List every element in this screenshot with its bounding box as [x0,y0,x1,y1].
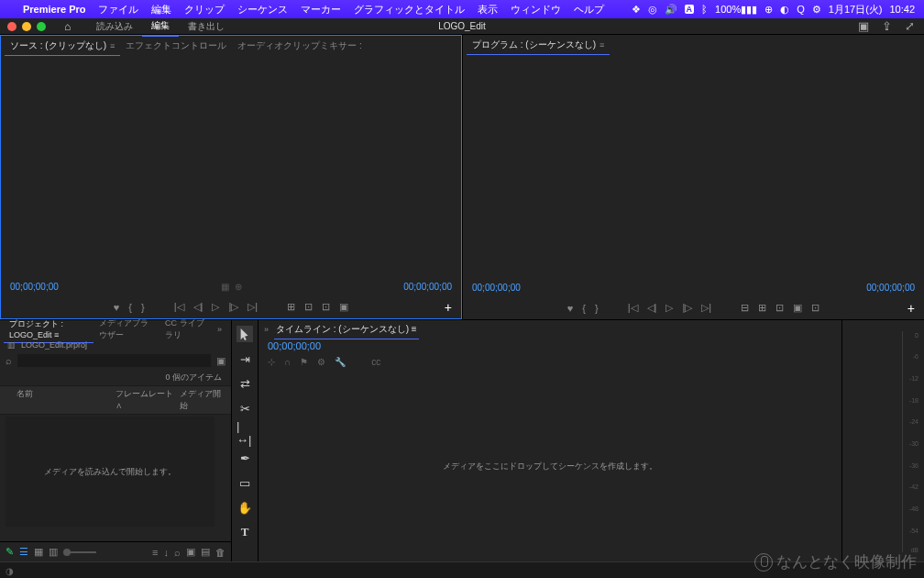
workspace-import-tab[interactable]: 読み込み [87,17,142,36]
workspace-edit-tab[interactable]: 編集 [142,17,179,37]
captions-icon[interactable]: cc [371,357,380,367]
goto-out-icon[interactable]: ▷| [248,301,258,313]
selection-tool[interactable] [236,326,253,342]
extract-icon[interactable]: ⊞ [758,302,766,314]
rectangle-tool[interactable]: ▭ [236,474,253,491]
timeline-tab[interactable]: タイムライン : (シーケンスなし) ≡ [274,320,419,339]
effect-controls-tab[interactable]: エフェクトコントロール [120,37,232,55]
step-forward-icon[interactable]: |▷ [228,301,238,313]
icon-view-icon[interactable]: ▦ [34,546,43,558]
play-icon[interactable]: ▷ [666,302,673,314]
bluetooth-icon[interactable]: ᛒ [701,4,708,15]
fullscreen-icon[interactable]: ⤢ [905,19,915,33]
export-frame-icon[interactable]: ⊡ [322,301,330,313]
trash-icon[interactable]: 🗑 [215,547,226,558]
marker-add-icon[interactable]: ⚑ [300,357,308,367]
filter-icon[interactable]: ▣ [216,355,226,367]
menu-window[interactable]: ウィンドウ [504,3,567,17]
project-bin-empty[interactable]: メディアを読み込んで開始します。 [6,417,214,527]
control-center-icon[interactable]: ⚙ [812,4,821,16]
program-tc-out[interactable]: 00;00;00;00 [866,283,915,293]
camera-icon[interactable]: ▣ [339,301,348,313]
source-fit-icon[interactable]: ▦ [221,282,229,292]
linked-selection-icon[interactable]: ∩ [284,357,291,367]
source-settings-icon[interactable]: ⊕ [235,282,242,292]
snap-icon[interactable]: ⊹ [268,357,275,367]
program-tc-in[interactable]: 00;00;00;00 [472,283,521,293]
audio-clip-mixer-tab[interactable]: オーディオクリップミキサー : [232,37,368,55]
sort-icon[interactable]: ≡ [152,547,158,558]
close-window-button[interactable] [7,22,16,31]
project-search-input[interactable] [17,354,211,367]
menu-graphics[interactable]: グラフィックとタイトル [347,3,471,17]
play-icon[interactable]: ▷ [212,301,219,313]
marker-icon[interactable]: ♥ [567,303,574,314]
app-name[interactable]: Premiere Pro [16,4,92,15]
step-back-icon[interactable]: ◁| [647,302,657,314]
freeform-view-icon[interactable]: ▥ [49,546,58,558]
zoom-slider[interactable] [63,551,96,553]
export-frame-icon[interactable]: ⊡ [776,302,784,314]
hand-tool[interactable]: ✋ [236,499,253,516]
col-framerate[interactable]: フレームレート ∧ [116,388,180,412]
status-icon-1[interactable]: ❖ [632,4,641,16]
step-forward-icon[interactable]: |▷ [682,302,692,314]
spotlight-icon[interactable]: Q [797,4,805,15]
share-icon[interactable]: ⇪ [882,19,892,33]
battery-status[interactable]: 100% ▮▮▮ [715,4,757,16]
overwrite-icon[interactable]: ⊡ [304,301,313,313]
lift-icon[interactable]: ⊟ [741,302,749,314]
timeline-timecode[interactable]: 00;00;00;00 [258,339,842,353]
menu-edit[interactable]: 編集 [145,3,178,17]
volume-icon[interactable]: 🔊 [665,4,677,16]
mark-in-icon[interactable]: { [128,302,132,313]
goto-out-icon[interactable]: ▷| [701,302,711,314]
project-columns[interactable]: 名前 フレームレート ∧ メディア開始 [0,385,231,415]
menu-sequence[interactable]: シーケンス [231,3,294,17]
button-editor-icon[interactable]: + [908,301,915,316]
minimize-window-button[interactable] [22,22,31,31]
menubar-time[interactable]: 10:42 [889,4,915,15]
mark-in-icon[interactable]: { [582,303,586,314]
ripple-edit-tool[interactable]: ⇄ [236,375,253,392]
source-tc-out[interactable]: 00;00;00;00 [403,282,452,292]
new-item-icon[interactable]: ▤ [201,546,210,558]
type-tool[interactable]: T [236,524,253,540]
quick-export-icon[interactable]: ▣ [858,19,869,33]
wifi-icon[interactable]: ⊕ [764,4,773,16]
fullscreen-window-button[interactable] [37,22,46,31]
pencil-icon[interactable]: ✎ [6,546,14,558]
new-bin-icon[interactable]: ▣ [186,546,195,558]
status-icon-2[interactable]: ◎ [648,4,657,16]
col-name[interactable]: 名前 [6,388,116,412]
workspace-export-tab[interactable]: 書き出し [179,17,234,36]
step-back-icon[interactable]: ◁| [193,301,204,313]
wrench-icon[interactable]: 🔧 [335,357,346,367]
find-icon[interactable]: ⌕ [174,547,181,558]
automate-icon[interactable]: ↓ [164,547,170,558]
menu-marker[interactable]: マーカー [294,3,347,17]
safe-margin-icon[interactable]: ⊡ [811,302,820,314]
button-editor-icon[interactable]: + [445,300,452,315]
home-button[interactable]: ⌂ [53,20,82,33]
slip-tool[interactable]: |↔| [236,425,253,441]
wifi-icon-2[interactable]: ◐ [780,4,789,16]
goto-in-icon[interactable]: |◁ [174,301,184,313]
pen-tool[interactable]: ✒ [236,450,253,466]
goto-in-icon[interactable]: |◁ [628,302,638,314]
source-tc-in[interactable]: 00;00;00;00 [10,282,59,292]
program-tab[interactable]: プログラム : (シーケンスなし)≡ [467,36,610,55]
marker-icon[interactable]: ♥ [114,302,120,313]
track-select-tool[interactable]: ⇥ [236,350,253,367]
mark-out-icon[interactable]: } [141,302,145,313]
insert-icon[interactable]: ⊞ [287,301,295,313]
source-tab[interactable]: ソース : (クリップなし)≡ [5,37,120,56]
mark-out-icon[interactable]: } [595,303,599,314]
input-source-icon[interactable]: A [685,5,695,14]
compare-icon[interactable]: ▣ [793,302,802,314]
more-tabs-icon[interactable]: » [212,322,227,337]
menu-view[interactable]: 表示 [471,3,504,17]
timeline-settings-icon[interactable]: ⚙ [317,357,325,367]
menu-help[interactable]: ヘルプ [567,3,610,17]
timeline-chevron-icon[interactable]: » [264,325,269,334]
